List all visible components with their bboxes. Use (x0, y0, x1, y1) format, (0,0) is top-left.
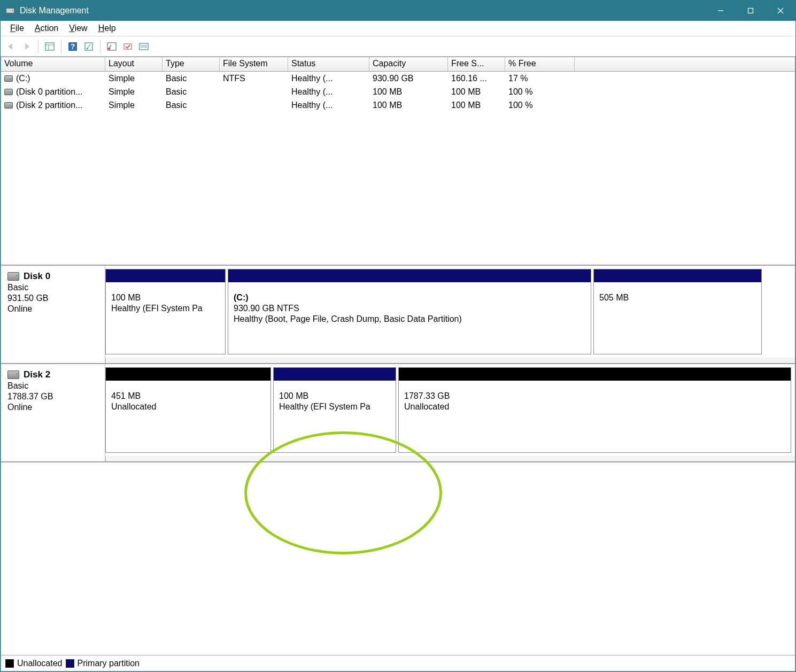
partition-status: Healthy (EFI System Pa (111, 304, 220, 313)
maximize-button[interactable] (736, 1, 766, 21)
disk-type: Basic (7, 381, 98, 391)
disk-info[interactable]: Disk 0 Basic 931.50 GB Online (1, 266, 105, 363)
volume-list[interactable]: Volume Layout Type File System Status Ca… (1, 57, 795, 266)
volume-name: (Disk 2 partition... (16, 101, 82, 110)
partition[interactable]: 1787.33 GB Unallocated (398, 367, 791, 453)
partition-bar (274, 368, 396, 381)
volume-fs (220, 91, 288, 92)
minimize-button[interactable] (706, 1, 736, 21)
column-capacity[interactable]: Capacity (369, 57, 448, 71)
legend-swatch-primary (66, 659, 74, 668)
disk-state: Online (7, 304, 98, 314)
svg-rect-15 (124, 44, 132, 49)
volume-pct-free: 100 % (505, 87, 575, 97)
disk-type: Basic (7, 283, 98, 292)
column-file-system[interactable]: File System (220, 57, 288, 71)
volume-layout: Simple (105, 100, 163, 111)
volume-status: Healthy (... (288, 87, 369, 97)
partition-status: Healthy (Boot, Page File, Crash Dump, Ba… (234, 314, 585, 324)
menu-help[interactable]: Help (93, 22, 121, 35)
volume-status: Healthy (... (288, 100, 369, 111)
back-button[interactable] (4, 40, 18, 53)
volume-type: Basic (163, 100, 220, 111)
volume-layout: Simple (105, 87, 163, 97)
partition-title: (C:) (234, 293, 585, 303)
help-button[interactable]: ? (66, 40, 80, 53)
volume-capacity: 100 MB (369, 87, 448, 97)
properties-button[interactable] (82, 40, 96, 53)
volume-free: 100 MB (448, 87, 505, 97)
window-title: Disk Management (20, 6, 706, 16)
partition-size: 1787.33 GB (404, 391, 785, 401)
volume-capacity: 930.90 GB (369, 73, 448, 84)
partition-bar (106, 368, 271, 381)
menu-action[interactable]: Action (29, 22, 64, 35)
menu-file[interactable]: File (5, 22, 29, 35)
volume-status: Healthy (... (288, 73, 369, 84)
scroll-track (105, 358, 795, 363)
partition-bar (228, 269, 591, 282)
forward-button[interactable] (20, 40, 34, 53)
volume-capacity: 100 MB (369, 100, 448, 111)
partition[interactable]: (C:) 930.90 GB NTFS Healthy (Boot, Page … (228, 269, 591, 354)
volume-row[interactable]: (Disk 2 partition... Simple Basic Health… (1, 98, 795, 112)
column-volume[interactable]: Volume (1, 57, 105, 71)
partition-bar (594, 269, 761, 282)
svg-point-14 (108, 48, 110, 50)
disk-info[interactable]: Disk 2 Basic 1788.37 GB Online (1, 364, 105, 461)
disk-name: Disk 2 (24, 369, 50, 380)
partition-size: 505 MB (599, 293, 756, 303)
legend: Unallocated Primary partition (1, 655, 795, 671)
partition[interactable]: 451 MB Unallocated (105, 367, 271, 453)
volume-free: 160.16 ... (448, 73, 505, 84)
legend-swatch-unallocated (5, 659, 14, 668)
partition-size: 100 MB (111, 293, 220, 303)
disk-size: 931.50 GB (7, 293, 98, 303)
legend-label-primary: Primary partition (78, 659, 140, 668)
toolbar: ? (1, 36, 795, 57)
close-button[interactable] (766, 1, 795, 21)
disk-partitions: 100 MB Healthy (EFI System Pa (C:) 930.9… (105, 266, 795, 358)
blank-area (1, 462, 795, 655)
volume-list-header[interactable]: Volume Layout Type File System Status Ca… (1, 57, 795, 72)
drive-icon (4, 89, 13, 95)
show-hide-tree-button[interactable] (43, 40, 57, 53)
column-status[interactable]: Status (288, 57, 369, 71)
partition[interactable]: 100 MB Healthy (EFI System Pa (105, 269, 226, 354)
refresh-button[interactable] (105, 40, 119, 53)
partition-size: 930.90 GB NTFS (234, 304, 585, 313)
svg-rect-16 (140, 43, 148, 50)
partition-bar (106, 269, 225, 282)
volume-fs: NTFS (220, 73, 288, 84)
drive-icon (4, 75, 13, 82)
svg-point-12 (87, 48, 88, 49)
volume-row[interactable]: (Disk 0 partition... Simple Basic Health… (1, 85, 795, 98)
svg-point-1 (12, 10, 13, 11)
column-free-space[interactable]: Free S... (448, 57, 505, 71)
partition-status: Unallocated (111, 402, 265, 412)
volume-free: 100 MB (448, 100, 505, 111)
disk-row: Disk 2 Basic 1788.37 GB Online 451 MB Un… (1, 364, 795, 462)
volume-type: Basic (163, 73, 220, 84)
svg-text:?: ? (71, 42, 75, 51)
column-percent-free[interactable]: % Free (505, 57, 575, 71)
column-type[interactable]: Type (163, 57, 220, 71)
titlebar: Disk Management (1, 1, 795, 21)
list-button[interactable] (137, 40, 151, 53)
volume-name: (Disk 0 partition... (16, 87, 82, 97)
volume-pct-free: 100 % (505, 100, 575, 111)
partition-status: Unallocated (404, 402, 785, 412)
disk-map: Disk 0 Basic 931.50 GB Online 100 MB Hea… (1, 266, 795, 462)
volume-name: (C:) (16, 74, 30, 83)
partition[interactable]: 100 MB Healthy (EFI System Pa (273, 367, 396, 453)
action-button[interactable] (121, 40, 135, 53)
column-layout[interactable]: Layout (105, 57, 163, 71)
partition[interactable]: 505 MB (593, 269, 762, 354)
disk-row: Disk 0 Basic 931.50 GB Online 100 MB Hea… (1, 266, 795, 364)
disk-partitions: 451 MB Unallocated 100 MB Healthy (EFI S… (105, 364, 795, 456)
menu-view[interactable]: View (64, 22, 92, 35)
main-panel: Volume Layout Type File System Status Ca… (1, 57, 795, 671)
volume-layout: Simple (105, 73, 163, 84)
volume-row[interactable]: (C:) Simple Basic NTFS Healthy (... 930.… (1, 72, 795, 85)
volume-type: Basic (163, 87, 220, 97)
